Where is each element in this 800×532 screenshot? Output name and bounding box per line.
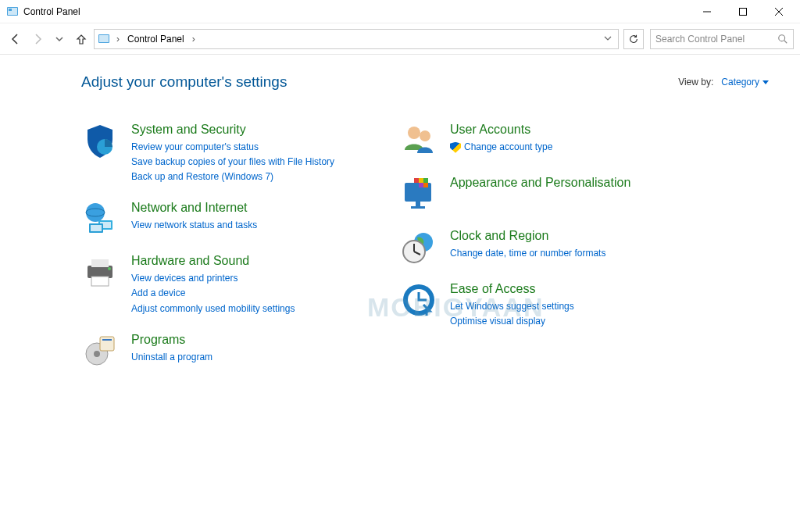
- page-heading: Adjust your computer's settings: [81, 73, 678, 91]
- category-title[interactable]: System and Security: [131, 122, 362, 138]
- clock-globe-icon: [400, 228, 438, 266]
- svg-point-26: [408, 127, 420, 139]
- control-panel-icon: [6, 5, 19, 18]
- search-icon: [777, 34, 788, 45]
- category-network-internet: Network and Internet View network status…: [81, 200, 362, 237]
- address-bar[interactable]: › Control Panel ›: [94, 29, 619, 49]
- view-by-dropdown[interactable]: Category: [721, 77, 769, 87]
- svg-rect-24: [100, 337, 114, 351]
- category-link[interactable]: Review your computer's status: [131, 140, 362, 155]
- category-clock-region: Clock and Region Change date, time or nu…: [400, 228, 681, 266]
- category-link[interactable]: Let Windows suggest settings: [450, 299, 681, 314]
- chevron-down-icon: [762, 80, 769, 84]
- users-icon: [400, 122, 438, 159]
- navigation-bar: › Control Panel ›: [0, 23, 800, 55]
- category-title[interactable]: Programs: [131, 332, 362, 348]
- view-by-value: Category: [721, 77, 759, 87]
- content-area: Adjust your computer's settings View by:…: [0, 55, 800, 385]
- category-link[interactable]: Add a device: [131, 286, 362, 301]
- svg-rect-4: [740, 8, 747, 15]
- category-title[interactable]: Appearance and Personalisation: [450, 175, 681, 191]
- category-title[interactable]: Hardware and Sound: [131, 253, 362, 270]
- svg-rect-20: [91, 277, 109, 286]
- monitor-colors-icon: [400, 175, 438, 212]
- maximize-button[interactable]: [725, 0, 761, 23]
- search-input[interactable]: [655, 34, 777, 45]
- minimize-button[interactable]: [689, 0, 725, 23]
- category-title[interactable]: Network and Internet: [131, 200, 362, 216]
- category-user-accounts: User Accounts Change account type: [400, 122, 681, 159]
- ease-of-access-icon: [400, 281, 438, 319]
- forward-button[interactable]: [28, 30, 47, 48]
- category-link[interactable]: Uninstall a program: [131, 350, 362, 365]
- globe-network-icon: [81, 200, 119, 237]
- category-link[interactable]: Adjust commonly used mobility settings: [131, 302, 362, 316]
- view-by-label: View by:: [678, 77, 713, 87]
- back-button[interactable]: [6, 30, 25, 48]
- svg-rect-25: [102, 339, 112, 341]
- shield-icon: [81, 122, 119, 159]
- chevron-right-icon[interactable]: ›: [113, 34, 123, 45]
- svg-point-12: [86, 203, 105, 222]
- category-link[interactable]: View devices and printers: [131, 271, 362, 286]
- svg-rect-19: [91, 259, 109, 267]
- category-title[interactable]: Ease of Access: [450, 281, 681, 298]
- svg-rect-29: [416, 202, 420, 206]
- svg-rect-8: [99, 35, 109, 42]
- up-button[interactable]: [72, 30, 91, 48]
- category-ease-of-access: Ease of Access Let Windows suggest setti…: [400, 281, 681, 329]
- window-controls: [689, 0, 797, 23]
- recent-locations-button[interactable]: [50, 30, 69, 48]
- svg-rect-36: [423, 183, 428, 187]
- programs-icon: [81, 332, 119, 370]
- svg-point-9: [779, 34, 785, 41]
- close-button[interactable]: [761, 0, 797, 23]
- category-link[interactable]: Back up and Restore (Windows 7): [131, 170, 362, 184]
- titlebar: Control Panel: [0, 0, 800, 23]
- svg-rect-17: [91, 225, 102, 231]
- category-link[interactable]: View network status and tasks: [131, 218, 362, 233]
- svg-rect-33: [423, 178, 428, 183]
- svg-rect-30: [411, 206, 425, 209]
- categories-right: User Accounts Change account type: [400, 122, 681, 385]
- chevron-right-icon[interactable]: ›: [189, 34, 198, 45]
- refresh-button[interactable]: [623, 29, 644, 49]
- view-by: View by: Category: [678, 77, 769, 87]
- svg-rect-2: [9, 9, 12, 11]
- category-link[interactable]: Change account type: [450, 140, 681, 155]
- category-link[interactable]: Change date, time or number formats: [450, 246, 681, 261]
- category-link[interactable]: Optimise visual display: [450, 314, 681, 329]
- category-appearance-personalisation: Appearance and Personalisation: [400, 175, 681, 212]
- svg-point-23: [94, 351, 100, 357]
- svg-line-10: [784, 40, 788, 43]
- search-box[interactable]: [650, 29, 794, 49]
- address-dropdown-icon[interactable]: [601, 34, 615, 45]
- category-title[interactable]: User Accounts: [450, 122, 681, 138]
- svg-rect-35: [419, 183, 423, 187]
- svg-rect-31: [414, 178, 419, 183]
- category-system-security: System and Security Review your computer…: [81, 122, 362, 184]
- category-title[interactable]: Clock and Region: [450, 228, 681, 245]
- svg-point-27: [420, 130, 430, 141]
- window-title: Control Panel: [23, 6, 80, 17]
- categories-left: System and Security Review your computer…: [81, 122, 362, 385]
- svg-rect-34: [414, 183, 419, 187]
- svg-rect-32: [419, 178, 423, 183]
- breadcrumb-control-panel[interactable]: Control Panel: [126, 34, 186, 45]
- control-panel-icon: [98, 33, 110, 45]
- category-hardware-sound: Hardware and Sound View devices and prin…: [81, 253, 362, 316]
- printer-icon: [81, 253, 119, 291]
- category-programs: Programs Uninstall a program: [81, 332, 362, 370]
- svg-point-21: [108, 267, 111, 270]
- category-link[interactable]: Save backup copies of your files with Fi…: [131, 155, 362, 170]
